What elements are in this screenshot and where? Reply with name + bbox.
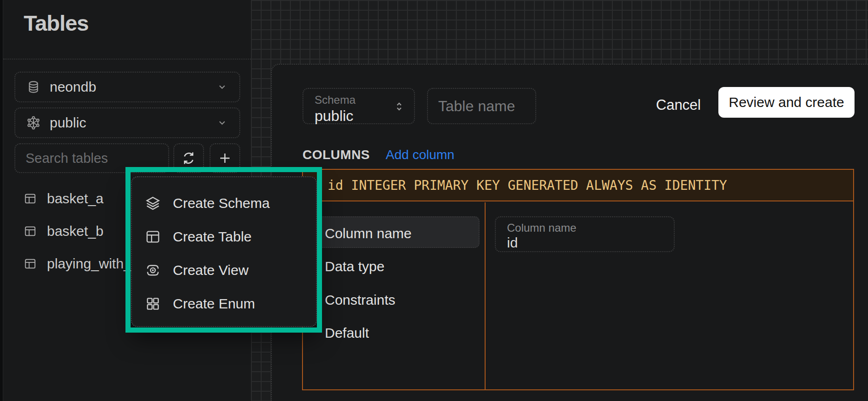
column-sql-band: id INTEGER PRIMARY KEY GENERATED ALWAYS … [303, 170, 853, 201]
refresh-tables-button[interactable] [173, 143, 204, 173]
chevron-down-icon [216, 81, 228, 93]
table-icon [24, 192, 37, 205]
menu-item-label: Create View [173, 262, 249, 278]
sidebar-divider [3, 59, 251, 60]
up-down-caret-icon [393, 100, 406, 113]
search-tables-input[interactable] [14, 143, 169, 173]
column-name-field-label: Column name [507, 221, 674, 234]
menu-item-create-enum[interactable]: Create Enum [132, 287, 316, 321]
database-select[interactable]: neondb [14, 72, 240, 102]
nav-item-constraints[interactable]: Constraints [325, 292, 395, 308]
table-icon [24, 257, 37, 270]
add-column-link[interactable]: Add column [386, 147, 454, 162]
menu-item-create-table[interactable]: Create Table [132, 220, 316, 254]
table-row[interactable]: basket_a [24, 188, 104, 209]
column-name-field[interactable]: Column name [495, 216, 675, 252]
table-icon [24, 225, 37, 238]
nav-item-default[interactable]: Default [325, 325, 369, 341]
schema-field-value: public [315, 107, 405, 125]
cancel-button[interactable]: Cancel [653, 91, 704, 120]
menu-item-label: Create Table [173, 229, 252, 245]
review-and-create-button[interactable]: Review and create [718, 87, 855, 118]
nav-item-column-name[interactable]: Column name [325, 226, 412, 241]
schema-field-label: Schema [315, 94, 405, 107]
table-row[interactable]: playing_with_ [24, 253, 132, 274]
create-new-button[interactable] [210, 143, 240, 173]
refresh-icon [181, 151, 196, 166]
table-name-input[interactable] [427, 88, 536, 124]
editor-vertical-divider [485, 202, 486, 389]
table-name: playing_with_ [47, 256, 132, 272]
menu-item-label: Create Enum [173, 296, 255, 312]
table-row[interactable]: basket_b [24, 221, 104, 242]
schema-select[interactable]: public [14, 107, 240, 138]
menu-item-create-view[interactable]: Create View [132, 254, 316, 287]
database-icon [26, 80, 40, 94]
nav-item-data-type[interactable]: Data type [325, 259, 384, 274]
columns-heading: COLUMNS [302, 147, 370, 162]
table-name: basket_a [47, 191, 104, 207]
menu-item-create-schema[interactable]: Create Schema [132, 187, 316, 220]
database-select-value: neondb [50, 79, 207, 95]
create-table-panel: Schema public Cancel Review and create C… [271, 64, 868, 401]
schema-field-select[interactable]: Schema public [302, 88, 415, 124]
tables-page: Tables neondb [0, 0, 868, 401]
schema-select-value: public [50, 115, 207, 131]
table-icon [145, 229, 161, 245]
menu-item-label: Create Schema [173, 195, 270, 211]
table-name: basket_b [47, 223, 104, 239]
view-icon [145, 262, 161, 278]
column-editor-box: id INTEGER PRIMARY KEY GENERATED ALWAYS … [302, 169, 854, 390]
column-sql-text: id INTEGER PRIMARY KEY GENERATED ALWAYS … [303, 178, 727, 193]
schema-icon [26, 116, 40, 130]
plus-icon [217, 151, 232, 166]
layers-icon [145, 195, 161, 211]
column-name-input[interactable] [507, 235, 660, 251]
create-dropdown-menu: Create Schema Create Table Create View C… [131, 176, 317, 327]
chevron-down-icon [216, 117, 228, 129]
page-title: Tables [24, 10, 88, 36]
enum-icon [145, 296, 161, 312]
columns-header-row: COLUMNS Add column [302, 147, 454, 162]
